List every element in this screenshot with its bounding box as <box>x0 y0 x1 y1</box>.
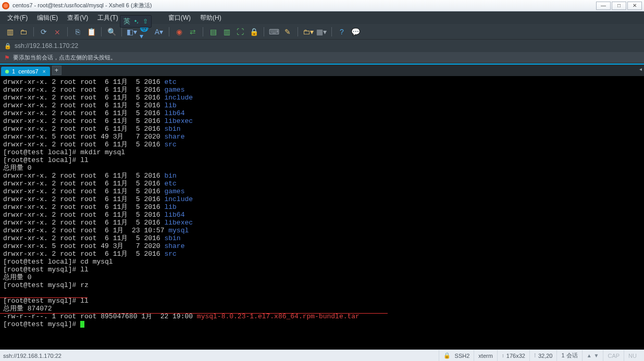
font-button[interactable]: A▾ <box>153 26 165 38</box>
lock-button[interactable]: 🔒 <box>248 26 259 38</box>
tab-scroll-icon[interactable]: ◂ <box>639 66 642 72</box>
address-input[interactable] <box>15 42 640 49</box>
xagent-button[interactable]: ◉ <box>174 26 185 38</box>
highlight-button[interactable]: ✎ <box>282 26 293 38</box>
fullscreen-button[interactable]: ⛶ <box>234 26 246 38</box>
ime-label: 英 <box>123 17 130 26</box>
up-icon: ▲ <box>587 353 592 358</box>
resize-icon: ↕ <box>502 353 504 358</box>
menu-window[interactable]: 窗口(W) <box>168 14 191 22</box>
find-button[interactable]: 🔍 <box>106 26 117 38</box>
feedback-button[interactable]: 💬 <box>350 26 361 38</box>
flag-icon: ⚑ <box>4 54 10 61</box>
annotation-line <box>0 313 388 314</box>
keyboard-button[interactable]: ⌨ <box>268 26 280 38</box>
reconnect-button[interactable]: ⟳ <box>38 26 49 38</box>
paste-button[interactable]: 📋 <box>85 26 97 38</box>
tile-h-button[interactable]: ▤ <box>207 26 219 38</box>
status-bar: ssh://192.168.1.170:22 🔒SSH2 xterm ↕176x… <box>0 350 644 361</box>
down-icon: ▼ <box>594 353 599 358</box>
separator <box>331 27 332 36</box>
ime-indicator[interactable]: 英 •، ⇧ <box>120 15 152 28</box>
hint-bar: ⚑ 要添加当前会话，点击左侧的箭头按钮。 <box>0 52 644 64</box>
hint-text: 要添加当前会话，点击左侧的箭头按钮。 <box>13 54 116 61</box>
tab-strip: 1 centos7 × + ◂ <box>0 64 644 76</box>
separator <box>264 27 264 36</box>
tab-index: 1 <box>12 68 15 74</box>
tab-close-button[interactable]: × <box>42 69 47 74</box>
menu-edit[interactable]: 编辑(E) <box>37 14 58 22</box>
xftp-button[interactable]: ⇄ <box>187 26 199 38</box>
minimize-button[interactable]: — <box>596 2 611 10</box>
app-icon <box>2 2 9 9</box>
open-button[interactable]: 🗀 <box>18 26 29 38</box>
connection-status-icon <box>5 70 9 73</box>
separator <box>169 27 169 36</box>
window-title: centos7 - root@test:/usr/local/mysql - X… <box>13 2 596 9</box>
separator <box>121 27 122 36</box>
disconnect-button[interactable]: ⨯ <box>52 26 63 38</box>
menu-view[interactable]: 查看(V) <box>67 14 88 22</box>
lock-icon: 🔒 <box>4 43 11 49</box>
copy-button[interactable]: ⎘ <box>72 26 83 38</box>
menubar: 文件(F) 编辑(E) 查看(V) 工具(T) 窗口(W) 帮助(H) <box>0 11 644 24</box>
ime-settings-icon: •، <box>134 18 139 25</box>
menu-file[interactable]: 文件(F) <box>7 14 28 22</box>
tile-v-button[interactable]: ▥ <box>221 26 232 38</box>
status-caps: CAP <box>603 350 624 361</box>
separator <box>203 27 203 36</box>
status-term: xterm <box>474 350 497 361</box>
status-protocol: SSH2 <box>455 353 470 359</box>
terminal[interactable]: drwxr-xr-x. 2 root root 6 11月 5 2016 etc… <box>0 76 644 350</box>
status-num: NU <box>624 350 641 361</box>
accent-line <box>0 64 644 65</box>
new-tab-button[interactable]: + <box>52 66 61 75</box>
lock-icon: 🔒 <box>443 352 451 359</box>
status-size: 176x32 <box>506 353 525 359</box>
toolbar: ▥ 🗀 ⟳ ⨯ ⎘ 📋 🔍 ◧▾ 🌐▾ A▾ ◉ ⇄ ▤ ▥ ⛶ 🔒 ⌨ ✎ 🗀… <box>0 24 644 40</box>
menu-tools[interactable]: 工具(T) <box>97 14 118 22</box>
ime-expand-icon: ⇧ <box>143 18 148 25</box>
tab-centos7[interactable]: 1 centos7 × <box>1 67 50 76</box>
maximize-button[interactable]: □ <box>612 2 626 10</box>
menu-help[interactable]: 帮助(H) <box>200 14 221 22</box>
help-button[interactable]: ? <box>336 26 348 38</box>
new-folder-button[interactable]: 🗀▾ <box>302 26 314 38</box>
new-session-button[interactable]: ▥ <box>4 26 16 38</box>
annotation-line <box>0 297 88 298</box>
close-button[interactable]: ✕ <box>627 2 642 10</box>
status-sessions: 1 会话 <box>556 350 581 361</box>
cursor-icon: ⁝ <box>534 352 536 359</box>
tab-label: centos7 <box>18 68 39 74</box>
status-address: ssh://192.168.1.170:22 <box>3 353 61 359</box>
separator <box>101 27 102 36</box>
address-bar: 🔒 <box>0 40 644 52</box>
window-titlebar: centos7 - root@test:/usr/local/mysql - X… <box>0 0 644 11</box>
separator <box>33 27 34 36</box>
separator <box>67 27 68 36</box>
grid-button[interactable]: ▦▾ <box>316 26 327 38</box>
status-cursor: 32,20 <box>538 353 553 359</box>
separator <box>298 27 298 36</box>
